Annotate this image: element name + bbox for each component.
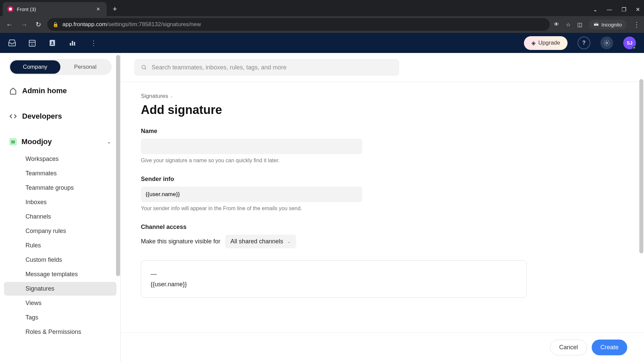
presence-dot: [633, 46, 636, 49]
sidebar-item-channels[interactable]: Channels: [4, 210, 116, 224]
star-icon[interactable]: ☆: [566, 21, 571, 28]
calendar-icon[interactable]: 31: [28, 39, 38, 47]
search-box[interactable]: [134, 59, 399, 76]
svg-text:31: 31: [31, 43, 34, 46]
sidebar-item-teammate-groups[interactable]: Teammate groups: [4, 181, 116, 195]
more-icon[interactable]: ⋮: [89, 39, 99, 47]
minimize-icon[interactable]: —: [607, 7, 612, 13]
home-icon: [9, 87, 17, 95]
name-label: Name: [141, 128, 362, 135]
page-title: Add signature: [141, 103, 624, 117]
search-icon: [141, 64, 147, 70]
name-input[interactable]: [141, 139, 362, 154]
incognito-badge[interactable]: 🕶 Incognito: [589, 20, 627, 29]
editor-line-1: —: [151, 269, 517, 279]
sidebar-item-custom-fields[interactable]: Custom fields: [4, 253, 116, 267]
channel-prompt: Make this signature visible for: [141, 238, 220, 245]
tab-search-icon[interactable]: ⌄: [593, 6, 597, 13]
url-text: app.frontapp.com/settings/tim:7858132/si…: [62, 21, 201, 28]
sidebar-item-tags[interactable]: Tags: [4, 311, 116, 324]
action-bar: Cancel Create: [121, 333, 644, 362]
svg-rect-6: [72, 41, 73, 46]
svg-point-8: [606, 42, 608, 44]
settings-button[interactable]: [600, 37, 613, 49]
editor-line-2: {{user.name}}: [151, 279, 517, 290]
sidebar-item-teammates[interactable]: Teammates: [4, 167, 116, 180]
channel-label: Channel access: [141, 224, 624, 231]
contacts-icon[interactable]: [48, 39, 58, 47]
chevron-down-icon: ⌄: [107, 139, 111, 144]
breadcrumb: Signatures ›: [141, 93, 624, 100]
diamond-icon: ◈: [531, 40, 536, 47]
sidebar-developers[interactable]: Developers: [4, 108, 116, 125]
content: Signatures › Add signature Name Give you…: [121, 53, 644, 362]
sidebar-item-signatures[interactable]: Signatures: [4, 282, 116, 296]
sender-hint: Your sender info will appear in the From…: [141, 205, 362, 212]
panel-icon[interactable]: ◫: [577, 21, 582, 28]
chevron-right-icon: ›: [171, 94, 172, 99]
tab-title: Front (3): [17, 6, 91, 12]
upgrade-button[interactable]: ◈ Upgrade: [524, 36, 568, 50]
sidebar-item-inboxes[interactable]: Inboxes: [4, 195, 116, 209]
tab-company[interactable]: Company: [10, 60, 60, 74]
help-button[interactable]: ?: [578, 37, 590, 49]
search-input[interactable]: [152, 64, 392, 71]
svg-rect-5: [70, 43, 71, 46]
sidebar-item-message-templates[interactable]: Message templates: [4, 267, 116, 281]
breadcrumb-signatures[interactable]: Signatures: [141, 93, 168, 100]
analytics-icon[interactable]: [68, 39, 78, 47]
sidebar-item-roles-permissions[interactable]: Roles & Permissions: [4, 325, 116, 339]
org-badge: M: [9, 138, 17, 145]
new-tab-button[interactable]: +: [107, 5, 123, 16]
sidebar: Company Personal Admin home Developers M…: [0, 53, 121, 362]
sender-label: Sender info: [141, 176, 362, 183]
sidebar-org[interactable]: M Moodjoy ⌄: [4, 133, 116, 150]
back-icon[interactable]: ←: [4, 19, 15, 31]
sidebar-item-company-rules[interactable]: Company rules: [4, 224, 116, 238]
svg-rect-7: [74, 42, 75, 46]
close-tab-icon[interactable]: ×: [94, 5, 102, 13]
name-hint: Give your signature a name so you can qu…: [141, 158, 362, 164]
close-window-icon[interactable]: ✕: [636, 6, 640, 13]
signature-editor[interactable]: — {{user.name}}: [141, 260, 527, 298]
avatar[interactable]: SJ: [623, 37, 636, 49]
channel-dropdown[interactable]: All shared channels ⌄: [225, 235, 296, 248]
svg-point-9: [142, 65, 146, 69]
svg-point-4: [52, 42, 53, 43]
app-header: 31 ⋮ ◈ Upgrade ? SJ: [0, 33, 644, 53]
eye-off-icon[interactable]: 👁: [554, 21, 559, 27]
tab-personal[interactable]: Personal: [60, 60, 111, 74]
browser-tab[interactable]: Front (3) ×: [3, 2, 107, 16]
browser-tab-strip: Front (3) × + ⌄ — ❐ ✕: [0, 0, 644, 16]
sidebar-item-rules[interactable]: Rules: [4, 239, 116, 252]
reload-icon[interactable]: ↻: [34, 18, 43, 31]
lock-icon: 🔒: [53, 22, 58, 27]
sender-input[interactable]: [141, 187, 362, 202]
content-scrollbar[interactable]: [639, 79, 643, 253]
inbox-icon[interactable]: [8, 39, 18, 47]
chevron-down-icon: ⌄: [287, 239, 291, 244]
sidebar-scrollbar[interactable]: [116, 55, 120, 276]
url-field[interactable]: 🔒 app.frontapp.com/settings/tim:7858132/…: [47, 18, 550, 31]
scope-tabs: Company Personal: [9, 59, 112, 75]
sidebar-admin-home[interactable]: Admin home: [4, 82, 116, 99]
front-favicon: [7, 6, 13, 12]
forward-icon[interactable]: →: [19, 19, 30, 31]
cancel-button[interactable]: Cancel: [550, 340, 587, 355]
svg-line-10: [145, 68, 146, 70]
window-controls: ⌄ — ❐ ✕: [593, 6, 644, 16]
browser-menu-icon[interactable]: ⋮: [633, 20, 640, 28]
sidebar-item-views[interactable]: Views: [4, 296, 116, 310]
address-bar: ← → ↻ 🔒 app.frontapp.com/settings/tim:78…: [0, 16, 644, 33]
maximize-icon[interactable]: ❐: [622, 6, 626, 13]
create-button[interactable]: Create: [592, 340, 627, 355]
incognito-icon: 🕶: [594, 22, 599, 27]
code-icon: [9, 113, 17, 120]
sidebar-item-workspaces[interactable]: Workspaces: [4, 152, 116, 166]
